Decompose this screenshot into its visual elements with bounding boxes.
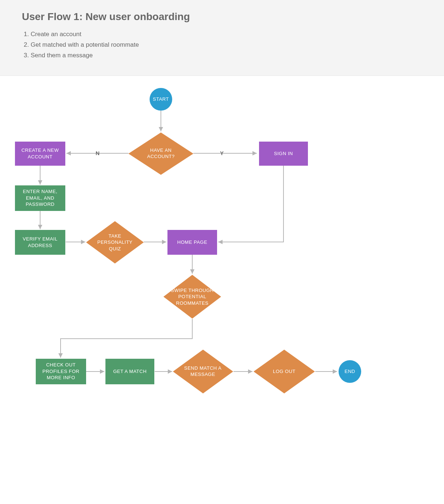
start-label: START (153, 96, 169, 102)
flowchart-canvas: START HAVE AN ACCOUNT? N Y SIGN IN CREAT… (0, 76, 444, 503)
start-node: START (150, 88, 172, 111)
sign-in-node: SIGN IN (259, 142, 308, 166)
step-item: Get matched with a potential roommate (31, 40, 422, 50)
log-out-label: LOG OUT (266, 368, 302, 375)
create-account-node: CREATE A NEW ACCOUNT (15, 142, 65, 166)
have-account-label: HAVE AN ACCOUNT? (139, 147, 183, 160)
step-item: Send them a message (31, 50, 422, 61)
send-message-label: SEND MATCH A MESSAGE (181, 365, 225, 378)
home-page-node: HOME PAGE (167, 230, 217, 255)
edge-yes-label: Y (220, 150, 224, 156)
edge-no-label: N (96, 150, 100, 156)
home-page-label: HOME PAGE (177, 239, 207, 246)
swipe-roommates-label: SWIPE THROUGH POTENTIAL ROOMMATES (165, 287, 220, 306)
create-account-label: CREATE A NEW ACCOUNT (20, 147, 60, 160)
check-profiles-label: CHECK OUT PROFILES FOR MORE INFO (41, 362, 81, 381)
take-quiz-label: TAKE PERSONALITY QUIZ (93, 232, 137, 252)
get-match-node: GET A MATCH (105, 359, 154, 384)
verify-email-node: VERIFY EMAIL ADDRESS (15, 230, 65, 255)
page-title: User Flow 1: New user onboarding (22, 11, 422, 23)
header: User Flow 1: New user onboarding Create … (0, 0, 444, 76)
end-node: END (339, 360, 361, 383)
enter-credentials-node: ENTER NAME, EMAIL, AND PASSWORD (15, 185, 65, 211)
verify-email-label: VERIFY EMAIL ADDRESS (20, 236, 60, 249)
sign-in-label: SIGN IN (274, 150, 293, 157)
get-match-label: GET A MATCH (113, 368, 147, 375)
end-label: END (345, 369, 355, 374)
flow-arrows (0, 76, 444, 503)
enter-credentials-label: ENTER NAME, EMAIL, AND PASSWORD (20, 188, 60, 208)
steps-list: Create an account Get matched with a pot… (22, 29, 422, 61)
check-profiles-node: CHECK OUT PROFILES FOR MORE INFO (36, 359, 86, 384)
step-item: Create an account (31, 29, 422, 40)
